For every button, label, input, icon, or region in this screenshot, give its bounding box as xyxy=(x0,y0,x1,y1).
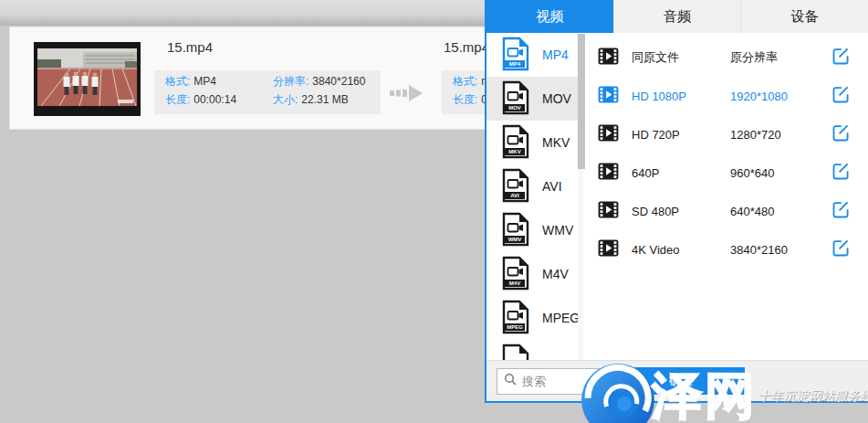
format-item-label: MP4 xyxy=(542,48,569,62)
edit-profile-icon[interactable] xyxy=(831,238,851,261)
profile-row-original[interactable]: 同原文件 原分辨率 xyxy=(583,38,868,77)
format-label: 格式: xyxy=(453,75,477,88)
mkv-file-icon: MKV xyxy=(502,124,529,162)
avi-file-icon: AVI xyxy=(502,168,529,206)
edit-profile-icon[interactable] xyxy=(831,161,851,185)
mp4-file-icon: MP4 xyxy=(502,37,529,74)
format-item-mkv[interactable]: MKV MKV xyxy=(486,121,578,164)
duration-value: 00:00:14 xyxy=(193,93,236,106)
resolution-value: 3840*2160 xyxy=(312,75,365,88)
profile-row-sd480p[interactable]: SD 480P 640*480 xyxy=(583,192,868,230)
app-window: 15.mp4 格式:MP4 分辨率:3840*2160 长度:00:00:14 … xyxy=(0,0,868,423)
video-thumbnail xyxy=(34,42,141,116)
filmstrip-icon xyxy=(598,239,619,260)
format-list-scrollbar[interactable] xyxy=(578,33,583,360)
profile-row-hd720p[interactable]: HD 720P 1280*720 xyxy=(583,115,868,153)
profile-resolution: 640*480 xyxy=(730,205,831,218)
duration-label: 长度: xyxy=(453,93,477,106)
filmstrip-icon xyxy=(598,86,619,107)
format-item-label: MOV xyxy=(542,91,571,106)
format-item-wmv[interactable]: WMV WMV xyxy=(486,208,578,252)
format-item-label: M4V xyxy=(542,267,569,281)
tab-audio[interactable]: 音频 xyxy=(613,0,741,33)
mpeg-file-icon: MPEG xyxy=(502,300,529,337)
size-value: 22.31 MB xyxy=(301,93,348,106)
svg-text:MP4: MP4 xyxy=(509,61,521,67)
profile-name: 4K Video xyxy=(632,243,730,257)
svg-text:MOV: MOV xyxy=(508,105,521,111)
filmstrip-icon xyxy=(598,201,619,222)
format-item-label: MKV xyxy=(542,135,570,150)
wmv-file-icon: WMV xyxy=(502,212,529,249)
mov-file-icon: MOV xyxy=(502,80,529,118)
svg-text:MPEG: MPEG xyxy=(507,324,523,330)
tab-device[interactable]: 设备 xyxy=(740,0,868,33)
filmstrip-icon xyxy=(598,163,619,184)
profile-resolution: 960*640 xyxy=(730,166,831,180)
format-item-avi[interactable]: AVI AVI xyxy=(486,164,578,208)
size-label: 大小: xyxy=(273,93,298,106)
file-icon xyxy=(502,344,529,361)
confirm-button[interactable]: 确定 xyxy=(617,367,745,395)
scrollbar-thumb[interactable] xyxy=(578,34,585,169)
duration-label: 长度: xyxy=(165,93,190,106)
profile-name: HD 1080P xyxy=(632,90,730,103)
format-value: MP4 xyxy=(193,75,216,88)
target-file-title: 15.mp4 xyxy=(444,39,489,55)
resolution-label: 分辨率: xyxy=(273,75,309,88)
edit-profile-icon[interactable] xyxy=(831,122,851,146)
filmstrip-icon xyxy=(598,48,619,69)
format-item-mp4[interactable]: MP4 MP4 xyxy=(486,33,578,77)
svg-text:WMV: WMV xyxy=(508,237,522,242)
edit-profile-icon[interactable] xyxy=(831,199,851,223)
profile-name: SD 480P xyxy=(632,205,730,218)
search-box[interactable] xyxy=(497,368,613,395)
format-item-m4v[interactable]: M4V M4V xyxy=(486,252,578,296)
m4v-file-icon: M4V xyxy=(502,256,529,293)
profile-resolution: 1920*1080 xyxy=(730,90,831,103)
panel-bottom-bar: 确定 xyxy=(486,360,868,401)
search-input[interactable] xyxy=(522,375,604,388)
profile-resolution: 1280*720 xyxy=(730,128,831,142)
format-item-partial[interactable] xyxy=(486,340,578,360)
format-item-mpeg[interactable]: MPEG MPEG xyxy=(486,296,578,340)
format-item-mov[interactable]: MOV MOV xyxy=(486,77,578,121)
format-label: 格式: xyxy=(165,75,190,88)
panel-tabs: 视频 音频 设备 xyxy=(486,0,868,33)
search-icon xyxy=(504,373,517,389)
profile-row-hd1080p[interactable]: HD 1080P 1920*1080 xyxy=(583,77,868,115)
convert-arrow-icon xyxy=(390,84,424,106)
profile-name: 640P xyxy=(632,166,730,180)
svg-text:M4V: M4V xyxy=(509,280,520,286)
profile-row-640p[interactable]: 640P 960*640 xyxy=(583,153,868,192)
profile-row-4kvideo[interactable]: 4K Video 3840*2160 xyxy=(583,230,868,269)
profile-list: 同原文件 原分辨率 HD 1080P 1920*1080 xyxy=(583,33,868,360)
filmstrip-icon xyxy=(598,124,619,145)
svg-text:AVI: AVI xyxy=(510,193,519,198)
output-format-panel: 视频 音频 设备 MP4 xyxy=(485,0,868,403)
svg-text:MKV: MKV xyxy=(508,149,520,154)
format-item-label: WMV xyxy=(542,223,573,238)
profile-name: 同原文件 xyxy=(632,49,730,66)
source-info-box: 格式:MP4 分辨率:3840*2160 长度:00:00:14 大小:22.3… xyxy=(154,70,381,114)
format-item-label: MPEG xyxy=(542,311,578,325)
edit-profile-icon[interactable] xyxy=(831,46,851,69)
edit-profile-icon[interactable] xyxy=(831,84,851,108)
format-list: MP4 MP4 MOV xyxy=(486,33,578,360)
profile-resolution: 原分辨率 xyxy=(730,49,831,66)
format-item-label: AVI xyxy=(542,179,562,194)
tab-video[interactable]: 视频 xyxy=(486,0,613,33)
profile-name: HD 720P xyxy=(632,128,730,142)
source-file-title: 15.mp4 xyxy=(167,39,213,55)
profile-resolution: 3840*2160 xyxy=(730,243,831,257)
